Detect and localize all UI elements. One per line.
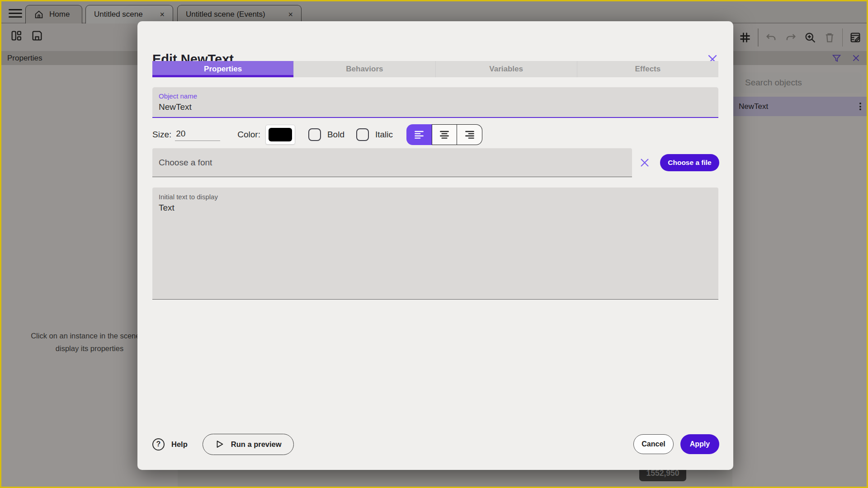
italic-label: Italic xyxy=(375,130,393,140)
gdevelop-window: Home Untitled scene × Untitled scene (Ev… xyxy=(0,0,868,488)
run-preview-button[interactable]: Run a preview xyxy=(203,434,294,455)
text-alignment-group xyxy=(406,124,482,145)
size-label: Size: xyxy=(152,130,171,140)
apply-button[interactable]: Apply xyxy=(680,434,719,454)
initial-text-value: Text xyxy=(159,201,712,213)
initial-text-label: Initial text to display xyxy=(159,193,712,201)
tab-effects[interactable]: Effects xyxy=(577,61,718,77)
tab-properties[interactable]: Properties xyxy=(152,61,293,77)
color-label: Color: xyxy=(237,130,260,140)
dialog-tab-bar: Properties Behaviors Variables Effects xyxy=(152,61,718,77)
size-input[interactable] xyxy=(175,129,220,141)
play-icon xyxy=(215,439,225,449)
font-select-placeholder: Choose a font xyxy=(159,158,212,168)
bold-checkbox[interactable] xyxy=(308,128,321,141)
help-icon[interactable]: ? xyxy=(152,438,165,450)
italic-checkbox[interactable] xyxy=(356,128,369,141)
initial-text-field[interactable]: Initial text to display Text xyxy=(152,188,718,300)
tab-behaviors[interactable]: Behaviors xyxy=(293,61,435,77)
align-center-button[interactable] xyxy=(432,124,457,145)
text-style-row: Size: Color: Bold Italic xyxy=(152,124,718,145)
object-name-field[interactable]: Object name NewText xyxy=(152,87,718,118)
cancel-button[interactable]: Cancel xyxy=(633,434,674,454)
help-label[interactable]: Help xyxy=(171,440,188,449)
edit-object-dialog: Edit NewText Properties Behaviors Variab… xyxy=(137,21,733,470)
choose-file-button[interactable]: Choose a file xyxy=(660,154,719,171)
align-right-button[interactable] xyxy=(457,124,482,145)
clear-font-icon[interactable] xyxy=(637,155,653,170)
color-swatch[interactable] xyxy=(266,125,295,144)
dialog-footer: ? Help Run a preview Cancel Apply xyxy=(152,433,719,455)
object-name-field-label: Object name xyxy=(159,92,712,100)
tab-variables[interactable]: Variables xyxy=(435,61,577,77)
object-name-field-value: NewText xyxy=(159,100,712,112)
bold-label: Bold xyxy=(327,130,344,140)
align-left-button[interactable] xyxy=(406,124,432,145)
font-select-field[interactable]: Choose a font xyxy=(152,148,632,177)
